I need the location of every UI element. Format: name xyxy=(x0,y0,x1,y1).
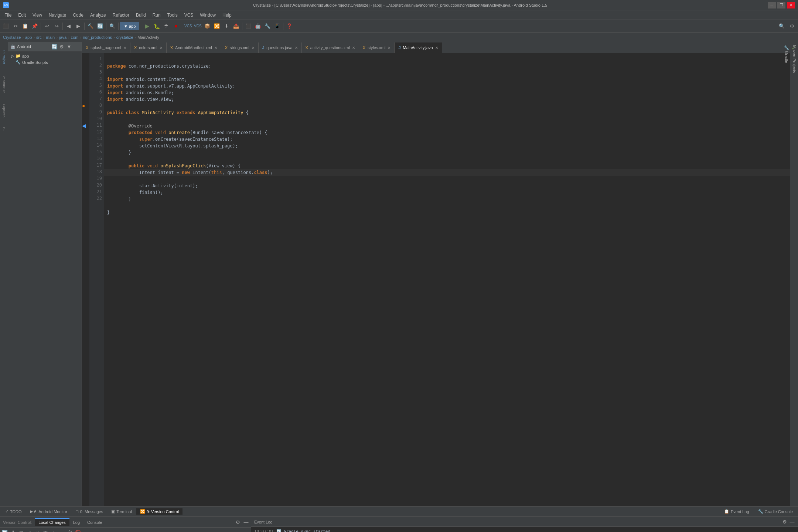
left-icon-project[interactable]: 1: Project xyxy=(0,42,8,72)
bottom-tab-terminal[interactable]: ▣ Terminal xyxy=(108,508,136,515)
menu-run[interactable]: Run xyxy=(150,11,164,19)
bc-crystallize[interactable]: Crystalize xyxy=(3,35,21,40)
tree-item-gradle[interactable]: 🔧 Gradle Scripts xyxy=(8,59,82,65)
minimize-button[interactable]: ─ xyxy=(768,2,776,8)
bc-main[interactable]: main xyxy=(46,35,55,40)
tree-item-app[interactable]: ▷ 📁 app xyxy=(8,53,82,59)
settings-btn[interactable]: ⚙ xyxy=(788,22,797,31)
vc-add-btn[interactable]: + xyxy=(50,529,57,532)
bottom-tab-android-monitor[interactable]: ▶ 6: Android Monitor xyxy=(26,508,71,515)
vc-tab-console[interactable]: Console xyxy=(83,519,106,526)
maven-projects-label[interactable]: Maven Projects xyxy=(791,42,798,506)
toolbar-android[interactable]: 🤖 xyxy=(253,22,262,31)
tab-styles[interactable]: X styles.xml ✕ xyxy=(359,42,395,53)
coverage-button[interactable]: ☂ xyxy=(162,22,171,31)
vc-diff-btn[interactable]: ◫ xyxy=(42,529,49,532)
stop-button[interactable]: ■ xyxy=(171,22,180,31)
bc-app[interactable]: app xyxy=(25,35,32,40)
bc-mainactivity[interactable]: MainActivity xyxy=(137,35,159,40)
tab-close-questions[interactable]: ✕ xyxy=(295,46,298,50)
bottom-tab-event-log[interactable]: 📋 Event Log xyxy=(720,508,753,515)
toolbar-btn-3[interactable]: 📋 xyxy=(21,22,30,31)
toolbar-undo[interactable]: ↩ xyxy=(42,22,51,31)
el-settings-btn[interactable]: ⚙ xyxy=(782,519,788,525)
menu-analyze[interactable]: Analyze xyxy=(87,11,109,19)
left-icon-captures[interactable]: Captures xyxy=(0,98,8,123)
menu-window[interactable]: Window xyxy=(197,11,219,19)
bottom-tab-gradle-console[interactable]: 🔧 Gradle Console xyxy=(754,508,797,515)
tab-close-manifest[interactable]: ✕ xyxy=(214,46,217,50)
left-icon-7[interactable]: 7 xyxy=(0,123,8,134)
tab-close-colors[interactable]: ✕ xyxy=(160,46,163,50)
project-gear-btn[interactable]: ▼ xyxy=(66,44,72,50)
toolbar-btn-d[interactable]: 📤 xyxy=(232,22,241,31)
tab-splash-page[interactable]: X splash_page.xml ✕ xyxy=(82,42,130,53)
tab-close-mainactivity[interactable]: ✕ xyxy=(435,46,438,50)
tab-manifest[interactable]: X AndroidManifest.xml ✕ xyxy=(167,42,221,53)
project-sync-btn[interactable]: 🔄 xyxy=(51,44,57,50)
toolbar-btn-1[interactable]: ⬛ xyxy=(1,22,10,31)
debug-button[interactable]: 🐛 xyxy=(152,22,161,31)
toolbar-back[interactable]: ◀ xyxy=(64,22,73,31)
app-selector[interactable]: ▼ app xyxy=(120,22,139,30)
toolbar-btn-2[interactable]: ✂ xyxy=(11,22,20,31)
toolbar-sdk[interactable]: 🔧 xyxy=(263,22,272,31)
toolbar-redo[interactable]: ↪ xyxy=(52,22,61,31)
vc-settings-btn[interactable]: ⚙ xyxy=(235,519,241,526)
tab-close-splash[interactable]: ✕ xyxy=(123,46,126,50)
toolbar-avd[interactable]: 📱 xyxy=(273,22,282,31)
toolbar-help[interactable]: ❓ xyxy=(285,22,294,31)
menu-file[interactable]: File xyxy=(1,11,14,19)
tab-colors[interactable]: X colors.xml ✕ xyxy=(130,42,167,53)
global-search-btn[interactable]: 🔍 xyxy=(777,22,786,31)
vc-group-btn[interactable]: ⊞ xyxy=(18,529,24,532)
menu-build[interactable]: Build xyxy=(133,11,149,19)
menu-edit[interactable]: Edit xyxy=(15,11,29,19)
run-button[interactable]: ▶ xyxy=(143,22,151,31)
vc-rollback-btn[interactable]: ↩ xyxy=(34,529,41,532)
vc-remove-btn[interactable]: − xyxy=(58,529,65,532)
tab-close-strings[interactable]: ✕ xyxy=(252,46,255,50)
gradle-label[interactable]: 🔧 Gradle xyxy=(783,42,791,506)
toolbar-sync[interactable]: 🔄 xyxy=(96,22,105,31)
vc-refresh-btn[interactable]: 🔄 xyxy=(1,529,8,532)
toolbar-forward[interactable]: ▶ xyxy=(74,22,83,31)
close-button[interactable]: ✕ xyxy=(787,2,795,8)
menu-vcs[interactable]: VCS xyxy=(181,11,197,19)
tab-mainactivity[interactable]: J MainActivity.java ✕ xyxy=(395,42,442,53)
toolbar-build[interactable]: 🔨 xyxy=(86,22,95,31)
vc-minimize-btn[interactable]: — xyxy=(243,519,249,526)
menu-view[interactable]: View xyxy=(30,11,45,19)
tab-close-aq[interactable]: ✕ xyxy=(352,46,355,50)
toolbar-search[interactable]: 🔍 xyxy=(108,22,117,31)
vcs-btn-1[interactable]: VCS xyxy=(184,22,192,31)
left-icon-structure[interactable]: 2: Structure xyxy=(0,72,8,98)
tab-questions-java[interactable]: J questions.java ✕ xyxy=(259,42,302,53)
code-content[interactable]: package com.nqr_productions.crystalize; … xyxy=(104,53,790,506)
toolbar-btn-c[interactable]: ⬇ xyxy=(222,22,231,31)
menu-refactor[interactable]: Refactor xyxy=(110,11,132,19)
vc-tab-local-changes[interactable]: Local Changes xyxy=(35,518,69,526)
menu-navigate[interactable]: Navigate xyxy=(46,11,69,19)
bc-java[interactable]: java xyxy=(59,35,66,40)
vc-commit-btn[interactable]: ✓ xyxy=(26,529,33,532)
toolbar-btn-4[interactable]: 📌 xyxy=(30,22,39,31)
vc-tab-log[interactable]: Log xyxy=(69,519,83,526)
menu-tools[interactable]: Tools xyxy=(164,11,181,19)
project-settings-btn[interactable]: ⚙ xyxy=(59,44,65,50)
menu-help[interactable]: Help xyxy=(219,11,235,19)
code-editor[interactable]: ● ◀ 1 2 3 4 5 6 7 8 9 10 11 12 13 14 xyxy=(82,53,790,506)
bc-com[interactable]: com xyxy=(71,35,79,40)
bottom-tab-version-control[interactable]: 🔀 9: Version Control xyxy=(136,508,183,515)
tab-strings[interactable]: X strings.xml ✕ xyxy=(221,42,259,53)
vc-expand-btn[interactable]: ⬇ xyxy=(10,529,16,532)
vc-history-btn[interactable]: ⏱ xyxy=(66,529,73,532)
bc-src[interactable]: src xyxy=(36,35,42,40)
bottom-tab-messages[interactable]: ◻ 0: Messages xyxy=(72,508,107,515)
tab-activity-questions[interactable]: X activity_questions.xml ✕ xyxy=(302,42,359,53)
toolbar-terminal[interactable]: ⬛ xyxy=(244,22,253,31)
toolbar-btn-a[interactable]: 📦 xyxy=(203,22,212,31)
project-collapse-btn[interactable]: — xyxy=(74,44,79,50)
toolbar-btn-b[interactable]: 🔀 xyxy=(212,22,221,31)
maximize-button[interactable]: ❐ xyxy=(777,2,785,8)
